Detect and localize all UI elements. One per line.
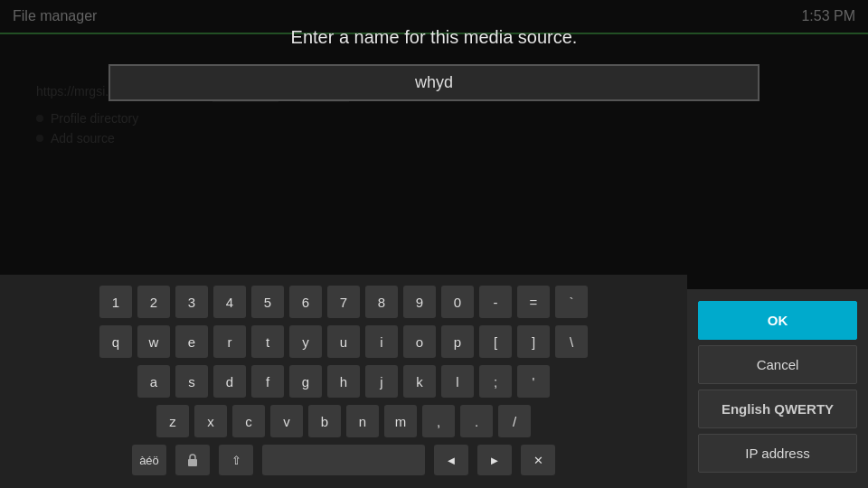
keyboard: 1 2 3 4 5 6 7 8 9 0 - = ` q w e r t y u …	[0, 275, 687, 488]
key-7[interactable]: 7	[327, 286, 360, 318]
cursor-left-button[interactable]: ◄	[434, 445, 468, 475]
key-y[interactable]: y	[289, 325, 322, 358]
keyboard-row-qwerty: q w e r t y u i o p [ ] \	[18, 325, 669, 358]
keyboard-layout-button[interactable]: English QWERTY	[698, 389, 857, 428]
shift-button[interactable]: ⇧	[219, 445, 253, 475]
key-u[interactable]: u	[327, 325, 360, 358]
ok-button[interactable]: OK	[698, 301, 857, 340]
key-a[interactable]: a	[137, 365, 170, 398]
key-s[interactable]: s	[175, 365, 208, 398]
key-equals[interactable]: =	[517, 286, 550, 318]
key-k[interactable]: k	[403, 365, 436, 398]
key-o[interactable]: o	[403, 325, 436, 358]
key-quote[interactable]: '	[517, 365, 550, 398]
key-b[interactable]: b	[308, 405, 341, 437]
key-0[interactable]: 0	[441, 286, 474, 318]
key-8[interactable]: 8	[365, 286, 398, 318]
key-period[interactable]: .	[460, 405, 493, 437]
key-6[interactable]: 6	[289, 286, 322, 318]
key-lbracket[interactable]: [	[479, 325, 512, 358]
key-rbracket[interactable]: ]	[517, 325, 550, 358]
caps-button[interactable]	[175, 445, 210, 475]
key-d[interactable]: d	[213, 365, 246, 398]
keyboard-toolbar: àéö ⇧ ◄ ► ✕	[18, 445, 669, 475]
key-r[interactable]: r	[213, 325, 246, 358]
key-x[interactable]: x	[194, 405, 227, 437]
key-4[interactable]: 4	[213, 286, 246, 318]
key-l[interactable]: l	[441, 365, 474, 398]
key-2[interactable]: 2	[137, 286, 170, 318]
cancel-button[interactable]: Cancel	[698, 345, 857, 384]
key-9[interactable]: 9	[403, 286, 436, 318]
key-q[interactable]: q	[99, 325, 132, 358]
dialog-title: Enter a name for this media source.	[291, 27, 578, 48]
key-i[interactable]: i	[365, 325, 398, 358]
cursor-right-button[interactable]: ►	[477, 445, 512, 475]
key-v[interactable]: v	[270, 405, 303, 437]
key-g[interactable]: g	[289, 365, 322, 398]
key-t[interactable]: t	[251, 325, 284, 358]
right-panel: OK Cancel English QWERTY IP address	[687, 289, 868, 488]
key-minus[interactable]: -	[479, 286, 512, 318]
key-z[interactable]: z	[156, 405, 189, 437]
key-semicolon[interactable]: ;	[479, 365, 512, 398]
key-comma[interactable]: ,	[422, 405, 455, 437]
lock-icon	[184, 452, 201, 468]
special-chars-button[interactable]: àéö	[132, 445, 166, 475]
key-h[interactable]: h	[327, 365, 360, 398]
key-c[interactable]: c	[232, 405, 265, 437]
keyboard-row-zxcv: z x c v b n m , . /	[18, 405, 669, 437]
key-f[interactable]: f	[251, 365, 284, 398]
key-n[interactable]: n	[346, 405, 379, 437]
key-backtick[interactable]: `	[555, 286, 588, 318]
name-input[interactable]	[108, 64, 760, 101]
svg-rect-0	[188, 459, 197, 466]
key-1[interactable]: 1	[99, 286, 132, 318]
key-p[interactable]: p	[441, 325, 474, 358]
key-slash[interactable]: /	[498, 405, 531, 437]
keyboard-row-numbers: 1 2 3 4 5 6 7 8 9 0 - = `	[18, 286, 669, 318]
keyboard-row-asdf: a s d f g h j k l ; '	[18, 365, 669, 398]
key-m[interactable]: m	[384, 405, 417, 437]
key-e[interactable]: e	[175, 325, 208, 358]
dialog-input-row	[108, 64, 760, 101]
key-5[interactable]: 5	[251, 286, 284, 318]
backspace-button[interactable]: ✕	[521, 445, 555, 475]
key-backslash[interactable]: \	[555, 325, 588, 358]
key-3[interactable]: 3	[175, 286, 208, 318]
key-j[interactable]: j	[365, 365, 398, 398]
ip-address-button[interactable]: IP address	[698, 434, 857, 473]
space-key[interactable]	[262, 445, 425, 475]
key-w[interactable]: w	[137, 325, 170, 358]
